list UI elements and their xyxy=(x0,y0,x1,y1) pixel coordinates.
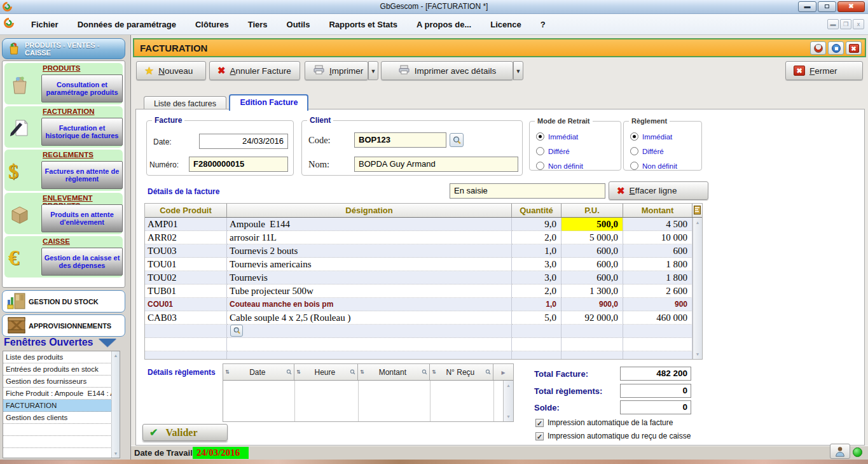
section-title-produits[interactable]: PRODUITS xyxy=(43,63,123,72)
radio-reglement-differe[interactable]: Différé xyxy=(630,147,664,155)
sidebar-header[interactable]: PRODUITS - VENTES - CAISSE xyxy=(2,38,125,59)
checkbox-impression-facture[interactable]: ✓ Impression automatique de la facture xyxy=(535,418,673,427)
numero-field[interactable]: F2800000015 xyxy=(189,157,288,172)
sort-icon[interactable]: ⇅ xyxy=(225,369,229,375)
radio-retrait-immediat[interactable]: Immédiat xyxy=(536,132,578,141)
menu-clotures[interactable]: Clôtures xyxy=(186,20,238,29)
list-item[interactable]: Gestion des clients xyxy=(3,412,112,424)
menu-rapports-stats[interactable]: Rapports et Stats xyxy=(319,20,407,29)
invoice-table: Code Produit Désignation Quantité P.U. M… xyxy=(144,203,703,360)
nouveau-button[interactable]: ★ Nouveau xyxy=(136,61,206,80)
restore-button[interactable] xyxy=(818,1,836,12)
stock-chart-icon xyxy=(6,291,27,313)
menu-a-propos[interactable]: A propos de... xyxy=(407,20,481,29)
col-header-recu[interactable]: ⇅N° Reçu xyxy=(430,364,493,380)
radio-retrait-differe[interactable]: Différé xyxy=(536,147,570,155)
list-item[interactable]: Liste des produits xyxy=(3,351,112,363)
close-button[interactable]: ✖ xyxy=(837,1,865,12)
invoice-scrollbar[interactable]: ▲▼ xyxy=(692,218,702,359)
sidebar-section-caisse: € CAISSE Gestion de la caisse et des dép… xyxy=(4,236,123,278)
invoice-table-header: Code Produit Désignation Quantité P.U. M… xyxy=(145,204,702,218)
imprimer-details-label: Imprimer avec détails xyxy=(415,66,496,76)
checkbox-impression-recu[interactable]: ✓ Impression automatique du reçu de cais… xyxy=(535,432,691,440)
col-header-code[interactable]: Code Produit xyxy=(145,204,227,217)
invoice-row[interactable]: TOU02Tournevis 3,0600,01 800 xyxy=(145,271,702,285)
total-facture-label: Total Facture: xyxy=(534,369,588,379)
radio-reglement-non-definit[interactable]: Non définit xyxy=(630,162,677,170)
col-header-pu[interactable]: P.U. xyxy=(561,204,623,217)
date-field[interactable]: 24/03/2016 xyxy=(199,134,288,149)
section-title-facturation[interactable]: FACTURATION xyxy=(43,106,123,115)
radio-reglement-immediat[interactable]: Immédiat xyxy=(630,132,672,141)
menu-aide[interactable]: ? xyxy=(531,20,555,29)
mdi-close-button[interactable]: x xyxy=(853,19,864,29)
list-item-selected[interactable]: FACTURATION xyxy=(3,400,112,412)
gestion-stock-button[interactable]: GESTION DU STOCK xyxy=(2,290,125,313)
shopping-bag-icon xyxy=(7,41,21,57)
fermer-button[interactable]: ✖ Fermer xyxy=(785,61,863,80)
effacer-ligne-button[interactable]: ✖ Effacer ligne xyxy=(609,181,708,200)
close-red-icon: ✖ xyxy=(794,66,805,76)
facturation-button[interactable]: Facturation et historique de factures xyxy=(41,118,123,146)
radio-retrait-non-definit[interactable]: Non définit xyxy=(536,162,583,170)
sort-icon[interactable]: ⇅ xyxy=(360,369,364,375)
list-item[interactable]: Gestion des fournisseurs xyxy=(3,376,112,388)
star-icon: ★ xyxy=(144,64,154,78)
panel-close-button[interactable]: ✖ xyxy=(846,41,862,55)
imprimer-details-dropdown[interactable]: ▼ xyxy=(513,61,523,80)
client-nom-field[interactable]: BOPDA Guy Armand xyxy=(354,157,518,172)
section-title-reglements[interactable]: REGLEMENTS xyxy=(43,150,123,158)
invoice-row[interactable]: COU01Couteau manche en bois pm 1,0900,09… xyxy=(145,298,702,311)
open-windows-scrollbar[interactable]: ▲▼ xyxy=(111,351,120,458)
minimize-button[interactable]: ▬ xyxy=(798,1,816,12)
client-search-button[interactable] xyxy=(450,133,464,147)
produits-button[interactable]: Consultation et paramétrage produits xyxy=(41,74,123,102)
col-header-designation[interactable]: Désignation xyxy=(227,204,512,217)
user-button[interactable] xyxy=(830,444,850,459)
menu-donnees-parametrage[interactable]: Données de paramétrage xyxy=(68,20,186,29)
payments-scrollbar[interactable]: ▲▼ xyxy=(503,381,513,421)
euro-icon: € xyxy=(8,246,34,272)
menu-outils[interactable]: Outils xyxy=(277,20,320,29)
list-item[interactable]: Entrées de produits en stock xyxy=(3,363,112,376)
product-search-button[interactable] xyxy=(230,325,243,337)
col-header-montant[interactable]: Montant xyxy=(623,204,692,217)
client-code-field[interactable]: BOP123 xyxy=(354,132,446,148)
col-header-quantite[interactable]: Quantité xyxy=(512,204,561,217)
invoice-row[interactable]: ARR02arrosoir 11L 2,05 000,010 000 xyxy=(145,231,702,244)
tab-edition-facture[interactable]: Edition Facture xyxy=(229,94,308,111)
invoice-pen-icon xyxy=(8,116,34,142)
mdi-minimize-button[interactable]: ▬ xyxy=(827,19,839,29)
reglements-button[interactable]: Factures en attente de règlement xyxy=(41,161,123,189)
menu-tiers[interactable]: Tiers xyxy=(238,20,277,29)
column-config-button[interactable] xyxy=(692,204,702,217)
invoice-row[interactable]: TUB01Tube projecteur 500w 2,01 300,02 60… xyxy=(145,285,702,298)
invoice-row[interactable]: AMP01Ampoule E144 9,0500,04 500 xyxy=(145,218,702,231)
invoice-row-new[interactable] xyxy=(145,325,702,338)
more-columns-icon[interactable]: ▸ xyxy=(493,364,513,380)
panel-restore-button[interactable] xyxy=(828,41,844,55)
col-header-date[interactable]: ⇅Date xyxy=(223,364,294,380)
valider-button[interactable]: ✔ Valider xyxy=(142,424,228,441)
mdi-restore-button[interactable]: ❒ xyxy=(840,19,851,29)
sort-icon[interactable]: ⇅ xyxy=(296,369,300,375)
imprimer-dropdown[interactable]: ▼ xyxy=(368,61,378,80)
imprimer-button[interactable]: Imprimer xyxy=(305,61,368,80)
panel-minimize-button[interactable] xyxy=(810,41,826,55)
invoice-row[interactable]: TOU03Tournevis 2 bouts 1,0600,0600 xyxy=(145,244,702,258)
approvisionnements-button[interactable]: APPROVISIONNEMENTS xyxy=(2,314,125,337)
chevron-down-icon[interactable] xyxy=(99,339,116,347)
invoice-row[interactable]: CAB03Cable souple 4 x 2,5 (Rouleau ) 5,0… xyxy=(145,311,702,325)
imprimer-details-button[interactable]: Imprimer avec détails xyxy=(381,61,513,80)
section-title-caisse[interactable]: CAISSE xyxy=(43,236,123,245)
annuler-facture-button[interactable]: ✖ Annuler Facture xyxy=(209,61,300,80)
sort-icon[interactable]: ⇅ xyxy=(432,369,436,375)
caisse-button[interactable]: Gestion de la caisse et des dépenses xyxy=(41,248,123,276)
menu-fichier[interactable]: Fichier xyxy=(22,20,68,29)
enlevement-button[interactable]: Produits en attente d'enlèvement xyxy=(41,204,123,232)
col-header-heure[interactable]: ⇅Heure xyxy=(294,364,358,380)
list-item[interactable]: Fiche Produit : Ampoule E144 : A xyxy=(3,388,112,400)
menu-licence[interactable]: Licence xyxy=(481,20,530,29)
col-header-montant[interactable]: ⇅Montant xyxy=(358,364,430,380)
invoice-row[interactable]: TOU01Tournevis americains 3,0600,01 800 xyxy=(145,258,702,271)
